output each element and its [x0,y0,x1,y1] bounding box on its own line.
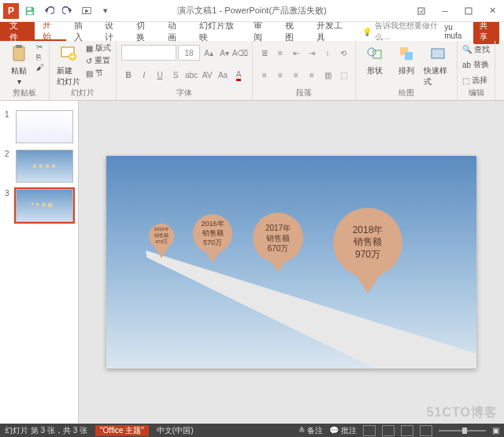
increase-indent-button[interactable]: ⇥ [305,45,319,61]
tell-me-search[interactable]: 💡 告诉我您想要做什么… [362,22,444,41]
slide-thumbnail-3[interactable] [16,189,73,222]
slide-thumbnail-1[interactable] [16,110,73,143]
layout-button[interactable]: ▦版式 [86,43,111,54]
font-family-select[interactable] [121,45,176,61]
arrange-button[interactable]: 排列 [392,43,421,76]
increase-font-button[interactable]: A▴ [202,45,216,61]
decrease-font-button[interactable]: A▾ [217,45,232,61]
zoom-slider[interactable] [439,430,486,431]
svg-rect-13 [432,49,444,58]
tab-animations[interactable]: 动画 [160,22,191,41]
font-size-select[interactable]: 18 [178,45,200,61]
data-pin-2015[interactable]: 2015年销售额470万 [149,224,174,258]
select-button[interactable]: ⬚选择 [462,75,490,86]
slide-thumbnails-pane[interactable]: 1 2 3 [0,101,79,424]
decrease-indent-button[interactable]: ⇤ [289,45,303,61]
minimize-button[interactable]: ─ [433,0,457,22]
replace-icon: ab [462,61,471,69]
group-label-clipboard: 剪贴板 [5,87,44,98]
ribbon-options-icon[interactable] [410,0,433,22]
strikethrough-button[interactable]: S [169,68,183,83]
redo-icon[interactable] [60,3,76,19]
replace-button[interactable]: ab替换 [462,59,490,70]
justify-button[interactable]: ≡ [305,68,319,83]
save-icon[interactable] [22,3,38,19]
align-right-button[interactable]: ≡ [289,68,303,83]
normal-view-button[interactable] [363,425,376,436]
tab-transitions[interactable]: 切换 [128,22,160,41]
numbering-button[interactable]: ≡ [273,45,287,61]
tab-design[interactable]: 设计 [97,22,128,41]
slide-canvas[interactable]: 2015年销售额470万 2016年销售额570万 2017年销售额670万 2… [106,156,476,368]
tab-home[interactable]: 开始 [35,22,66,41]
font-color-button[interactable]: A [232,68,246,83]
comments-button[interactable]: 💬 批注 [329,425,357,436]
reading-view-button[interactable] [401,425,413,436]
copy-icon: ⎘ [36,53,41,61]
status-bar: 幻灯片 第 3 张，共 3 张 "Office 主题" 中文(中国) ≙ 备注 … [0,424,504,437]
copy-button[interactable]: ⎘ [36,53,44,61]
app-icon[interactable]: P [3,3,19,19]
road-shape[interactable] [146,250,476,368]
char-spacing-button[interactable]: AV [200,68,214,83]
svg-rect-6 [16,45,22,48]
user-name[interactable]: yu mufa [444,23,469,40]
quick-styles-button[interactable]: 快速样式 [424,43,452,87]
svg-rect-0 [28,7,32,10]
new-slide-button[interactable]: 新建 幻灯片 [54,43,83,87]
columns-button[interactable]: ▥ [321,68,335,83]
fit-to-window-button[interactable]: ▣ [492,426,499,435]
paste-button[interactable]: 粘贴▾ [5,43,33,86]
arrange-icon [395,43,417,65]
slideshow-view-button[interactable] [420,425,432,436]
tab-insert[interactable]: 插入 [66,22,98,41]
slide-counter[interactable]: 幻灯片 第 3 张，共 3 张 [5,425,87,436]
data-pin-2018[interactable]: 2018年销售额970万 [333,208,402,293]
styles-icon [427,43,449,65]
format-painter-button[interactable]: 🖌 [36,63,44,72]
notes-button[interactable]: ≙ 备注 [298,425,323,436]
sorter-view-button[interactable] [382,425,395,436]
undo-icon[interactable] [41,3,57,19]
tab-view[interactable]: 视图 [277,22,309,41]
align-left-button[interactable]: ≡ [258,68,272,83]
find-button[interactable]: 🔍查找 [462,44,490,55]
change-case-button[interactable]: Aa [216,68,230,83]
clear-format-button[interactable]: A⌫ [233,45,247,61]
maximize-button[interactable] [457,0,480,22]
qat-dropdown-icon[interactable]: ▾ [98,3,113,19]
language-indicator[interactable]: 中文(中国) [157,425,194,436]
tab-slideshow[interactable]: 幻灯片放映 [191,22,246,41]
start-from-beginning-icon[interactable] [79,3,94,19]
tab-file[interactable]: 文件 [0,22,35,41]
underline-button[interactable]: U [153,68,167,83]
data-pin-2017[interactable]: 2017年销售额670万 [253,213,303,272]
smartart-button[interactable]: ⬚ [336,68,350,83]
thumb-number: 1 [5,110,13,143]
align-center-button[interactable]: ≡ [273,68,287,83]
italic-button[interactable]: I [137,68,151,83]
slide-thumbnail-2[interactable] [16,150,73,183]
tab-developer[interactable]: 开发工具 [309,22,356,41]
tab-review[interactable]: 审阅 [246,22,277,41]
search-icon: 🔍 [462,45,472,54]
section-button[interactable]: ▤节 [86,68,111,79]
data-pin-2016[interactable]: 2016年销售额570万 [193,214,232,263]
shapes-icon [364,43,386,65]
bullets-button[interactable]: ≣ [258,45,272,61]
text-direction-button[interactable]: ⟲ [336,45,350,61]
line-spacing-button[interactable]: ↕ [321,45,335,61]
layout-icon: ▦ [86,44,93,53]
group-paragraph: ≣ ≡ ⇤ ⇥ ↕ ⟲ ≡ ≡ ≡ ≡ ▥ ⬚ 段落 [253,41,356,100]
reset-button[interactable]: ↺重置 [86,55,111,66]
shadow-button[interactable]: abc [184,68,198,83]
theme-indicator[interactable]: "Office 主题" [95,425,149,436]
svg-rect-3 [418,8,424,14]
reset-icon: ↺ [86,57,92,65]
bold-button[interactable]: B [121,68,135,83]
watermark: 51CTO博客 [427,405,498,421]
close-button[interactable]: ✕ [480,0,504,22]
shapes-button[interactable]: 形状 [361,43,389,76]
group-slides: 新建 幻灯片 ▦版式 ↺重置 ▤节 幻灯片 [50,41,117,100]
cut-button[interactable]: ✂ [36,43,44,51]
